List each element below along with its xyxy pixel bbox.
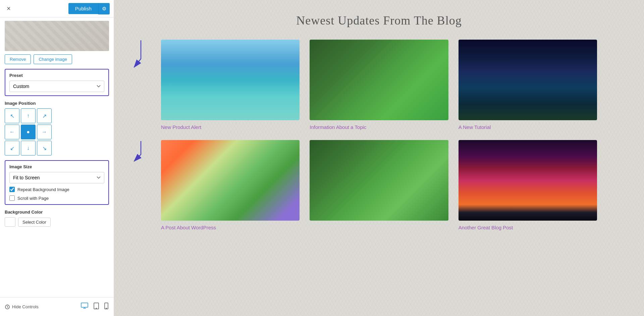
left-panel: × Publish ⚙ Remove Change image Preset C… xyxy=(0,0,114,316)
repeat-bg-label: Repeat Background Image xyxy=(17,187,69,192)
sunset-tree-image xyxy=(459,140,597,221)
blog-card-3: A New Tutorial xyxy=(459,40,597,130)
blog-link-1[interactable]: New Product Alert xyxy=(161,124,300,130)
blog-link-3[interactable]: A New Tutorial xyxy=(459,124,597,130)
repeat-bg-checkbox[interactable] xyxy=(9,187,15,192)
repeat-bg-row[interactable]: Repeat Background Image xyxy=(9,187,104,192)
pos-bottom-right[interactable]: ↘ xyxy=(37,141,52,155)
pos-middle-center[interactable]: ● xyxy=(21,125,36,139)
blog-card-6: Another Great Blog Post xyxy=(459,140,597,230)
blog-title: Newest Updates From The Blog xyxy=(134,13,624,28)
bg-color-section: Background Color Select Color xyxy=(5,210,109,227)
hide-controls[interactable]: Hide Controls xyxy=(5,304,39,310)
color-swatch[interactable] xyxy=(5,217,15,227)
desktop-icon[interactable] xyxy=(80,302,89,312)
position-grid: ↖ ↑ ↗ ← ● → ↙ ↓ ↘ xyxy=(5,108,109,155)
blog-card-5 xyxy=(310,140,448,230)
blog-link-6[interactable]: Another Great Blog Post xyxy=(459,225,597,230)
pos-middle-left[interactable]: ← xyxy=(5,125,19,139)
scroll-with-page-label: Scroll with Page xyxy=(17,196,49,201)
tablet-icon[interactable] xyxy=(93,302,100,312)
blog-link-4[interactable]: A Post About WordPress xyxy=(161,225,300,230)
pos-bottom-left[interactable]: ↙ xyxy=(5,141,19,155)
preset-section: Preset Custom Default Cover Contain Auto xyxy=(5,69,109,96)
blog-link-2[interactable]: Information About a Topic xyxy=(310,124,448,130)
blog-image-5 xyxy=(310,140,448,221)
waterfall-image xyxy=(161,140,300,221)
select-color-button[interactable]: Select Color xyxy=(18,218,51,227)
green-stream-image xyxy=(310,140,448,221)
image-size-section: Image Size Fit to Screen Repeat Backgrou… xyxy=(5,160,109,205)
blog-card-4: A Post About WordPress xyxy=(161,140,300,230)
pos-top-left[interactable]: ↖ xyxy=(5,108,19,123)
content-wrapper: Newest Updates From The Blog New Product… xyxy=(114,0,644,244)
scroll-with-page-row[interactable]: Scroll with Page xyxy=(9,195,104,201)
pos-top-center[interactable]: ↑ xyxy=(21,108,36,123)
blog-card-2: Information About a Topic xyxy=(310,40,448,130)
close-button[interactable]: × xyxy=(4,3,13,14)
blog-image-4 xyxy=(161,140,300,221)
main-content: Newest Updates From The Blog New Product… xyxy=(114,0,644,316)
beach-image xyxy=(161,40,300,120)
svg-point-3 xyxy=(96,308,97,309)
blog-card-1: New Product Alert xyxy=(161,40,300,130)
color-picker-row: Select Color xyxy=(5,217,109,227)
pos-bottom-center[interactable]: ↓ xyxy=(21,141,36,155)
image-preview xyxy=(5,21,109,51)
device-icons xyxy=(80,302,109,312)
preset-label: Preset xyxy=(9,73,104,78)
btn-row: Remove Change image xyxy=(5,54,109,64)
publish-area: Publish ⚙ xyxy=(68,3,110,14)
image-size-select[interactable]: Fit to Screen Repeat Background Image Sc… xyxy=(9,172,104,183)
svg-point-5 xyxy=(106,308,107,309)
pos-middle-right[interactable]: → xyxy=(37,125,52,139)
image-position-label: Image Position xyxy=(5,101,109,106)
blog-grid: New Product Alert Information About a To… xyxy=(161,40,597,230)
panel-scroll: Remove Change image Preset Custom Defaul… xyxy=(0,17,114,297)
publish-button[interactable]: Publish xyxy=(68,3,98,14)
scroll-with-page-checkbox[interactable] xyxy=(9,195,15,201)
pos-top-right[interactable]: ↗ xyxy=(37,108,52,123)
forest-stream-image xyxy=(310,40,448,120)
bottom-bar: Hide Controls xyxy=(0,297,114,316)
top-bar: × Publish ⚙ xyxy=(0,0,114,17)
remove-button[interactable]: Remove xyxy=(5,54,31,64)
blog-image-1 xyxy=(161,40,300,120)
mobile-icon[interactable] xyxy=(104,302,109,312)
change-image-button[interactable]: Change image xyxy=(34,54,72,64)
blog-image-2 xyxy=(310,40,448,120)
hide-controls-label: Hide Controls xyxy=(12,304,39,309)
settings-button[interactable]: ⚙ xyxy=(98,3,110,14)
image-position-section: Image Position ↖ ↑ ↗ ← ● → ↙ ↓ ↘ xyxy=(5,101,109,155)
preset-select[interactable]: Custom Default Cover Contain Auto xyxy=(9,81,104,92)
bg-color-label: Background Color xyxy=(5,210,109,215)
blog-image-6 xyxy=(459,140,597,221)
image-size-label: Image Size xyxy=(9,164,104,169)
moonlit-lake-image xyxy=(459,40,597,120)
svg-rect-1 xyxy=(81,303,88,307)
blog-image-3 xyxy=(459,40,597,120)
